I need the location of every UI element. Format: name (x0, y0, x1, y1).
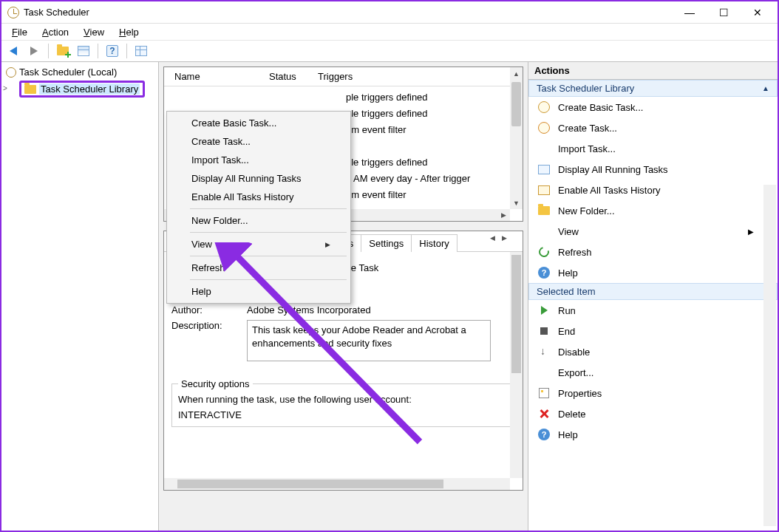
tab-settings[interactable]: Settings (361, 234, 412, 252)
ctx-separator (190, 279, 347, 280)
tab-scroll-right[interactable]: ▶ (498, 234, 510, 242)
tree-root-label: Task Scheduler (Local) (19, 66, 117, 78)
ctx-import-task[interactable]: Import Task... (169, 151, 348, 169)
forward-button[interactable] (25, 42, 43, 60)
ctx-new-folder[interactable]: New Folder... (169, 211, 348, 230)
scrollbar-thumb[interactable] (177, 480, 443, 488)
tab-history[interactable]: History (411, 234, 457, 252)
folder-icon (538, 206, 550, 215)
scroll-down-icon[interactable]: ▼ (510, 197, 523, 209)
tree-pane: Task Scheduler (Local) > Task Scheduler … (1, 62, 159, 531)
security-fieldset: Security options When running the task, … (171, 383, 515, 427)
collapse-icon[interactable]: ▲ (762, 84, 769, 92)
action-create-basic-task[interactable]: Create Basic Task... (528, 97, 778, 117)
close-button[interactable]: ✕ (741, 2, 775, 23)
properties-toolbar-button[interactable] (75, 42, 92, 60)
tab-scroll-left[interactable]: ◀ (486, 234, 498, 242)
new-folder-toolbar-button[interactable] (54, 42, 72, 60)
properties-icon (539, 388, 549, 398)
col-status[interactable]: Status (263, 68, 312, 85)
plus-icon (65, 52, 71, 58)
ctx-enable-history[interactable]: Enable All Tasks History (169, 188, 348, 206)
detail-desc-label: Description: (171, 320, 247, 361)
ctx-refresh[interactable]: Refresh (169, 259, 348, 277)
list-vertical-scrollbar[interactable]: ▲ ▼ (510, 67, 523, 209)
action-end[interactable]: End (528, 321, 778, 341)
col-name[interactable]: Name (169, 68, 263, 85)
list-header: Name Status Triggers (164, 67, 523, 86)
ctx-create-task[interactable]: Create Task... (169, 132, 348, 151)
help-icon: ? (538, 267, 550, 279)
action-new-folder[interactable]: New Folder... (528, 200, 778, 221)
disable-icon (539, 347, 549, 357)
tree-task-scheduler-library[interactable]: Task Scheduler Library (19, 81, 145, 98)
scrollbar-thumb[interactable] (511, 82, 521, 126)
tree-expander[interactable]: > (1, 84, 9, 92)
play-icon (541, 306, 548, 315)
actions-group-label: Task Scheduler Library (537, 83, 634, 94)
detail-vertical-scrollbar[interactable] (510, 252, 523, 478)
action-delete[interactable]: Delete (528, 403, 778, 424)
toolbar: ? (1, 40, 778, 62)
submenu-arrow-icon: ▶ (325, 241, 330, 248)
detail-desc-value[interactable]: This task keeps your Adobe Reader and Ac… (247, 320, 491, 361)
security-line2: INTERACTIVE (178, 409, 508, 420)
action-help-2[interactable]: ?Help (528, 424, 778, 445)
actions-header: Actions (528, 62, 778, 80)
action-export[interactable]: Export... (528, 362, 778, 383)
menu-action[interactable]: Action (35, 25, 76, 39)
ctx-create-basic-task[interactable]: Create Basic Task... (169, 114, 348, 132)
detail-author-value: Adobe Systems Incorporated (247, 304, 371, 316)
view-toolbar-button[interactable] (132, 42, 150, 60)
col-triggers[interactable]: Triggers (312, 68, 358, 85)
action-enable-history[interactable]: Enable All Tasks History (528, 180, 778, 200)
tree-child-label: Task Scheduler Library (39, 83, 140, 95)
delete-icon (539, 409, 549, 419)
toolbar-separator (48, 44, 49, 58)
clock-icon (6, 67, 16, 78)
actions-scrollbar[interactable] (763, 185, 776, 526)
actions-group-library[interactable]: Task Scheduler Library ▲ (528, 80, 778, 97)
list-row[interactable]: ple triggers defined (169, 89, 518, 106)
clock-icon (538, 101, 550, 113)
action-disable[interactable]: Disable (528, 341, 778, 362)
maximize-button[interactable]: ☐ (707, 2, 741, 23)
action-run[interactable]: Run (528, 300, 778, 321)
action-import-task[interactable]: Import Task... (528, 138, 778, 159)
panes-icon (135, 46, 147, 56)
toolbar-separator (126, 44, 127, 58)
window-title: Task Scheduler (24, 7, 673, 18)
action-create-task[interactable]: Create Task... (528, 117, 778, 138)
export-icon (537, 366, 551, 379)
action-refresh[interactable]: Refresh (528, 242, 778, 262)
back-button[interactable] (4, 42, 22, 60)
minimize-button[interactable]: — (673, 2, 707, 23)
menubar: File Action View Help (1, 24, 778, 40)
tree-root[interactable]: Task Scheduler (Local) (1, 65, 158, 79)
help-toolbar-button[interactable]: ? (103, 42, 121, 60)
blank-icon (537, 225, 551, 238)
menu-help[interactable]: Help (112, 25, 146, 39)
menu-file[interactable]: File (4, 25, 35, 39)
action-help[interactable]: ?Help (528, 262, 778, 283)
actions-group-selected[interactable]: Selected Item ▲ (528, 283, 778, 300)
menu-view[interactable]: View (76, 25, 112, 39)
grid-icon (78, 46, 89, 56)
ctx-help[interactable]: Help (169, 282, 348, 301)
action-display-running[interactable]: Display All Running Tasks (528, 159, 778, 180)
actions-pane: Actions Task Scheduler Library ▲ Create … (528, 62, 778, 531)
detail-horizontal-scrollbar[interactable] (164, 478, 510, 490)
import-icon (537, 142, 551, 155)
scroll-right-icon[interactable]: ▶ (497, 209, 510, 221)
ctx-view[interactable]: View▶ (169, 235, 348, 253)
action-view[interactable]: View▶ (528, 221, 778, 242)
scrollbar-thumb[interactable] (511, 255, 521, 373)
context-menu: Create Basic Task... Create Task... Impo… (166, 111, 351, 304)
ctx-display-running[interactable]: Display All Running Tasks (169, 169, 348, 188)
ctx-separator (190, 232, 347, 233)
arrow-right-icon (30, 47, 38, 55)
actions-group-label: Selected Item (537, 286, 596, 297)
detail-author-label: Author: (171, 304, 247, 316)
scroll-up-icon[interactable]: ▲ (510, 67, 523, 80)
action-properties[interactable]: Properties (528, 383, 778, 403)
